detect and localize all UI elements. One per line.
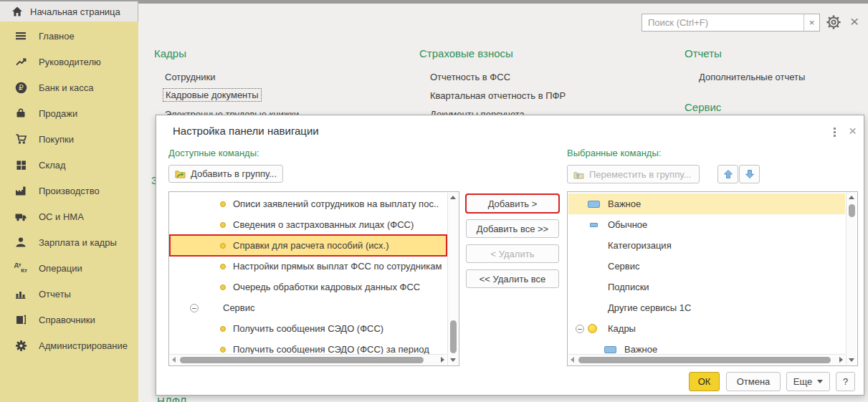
window-top-strip bbox=[138, 0, 868, 4]
home-tab[interactable]: Начальная страница bbox=[0, 0, 138, 21]
sidebar-item-rukovoditelyu[interactable]: Руководителю bbox=[0, 49, 138, 75]
bg-link-kadrovye-dokumenty[interactable]: Кадровые документы bbox=[163, 88, 262, 102]
sidebar-item-glavnoe[interactable]: Главное bbox=[0, 23, 138, 49]
add-to-group-button[interactable]: Добавить в группу... bbox=[168, 165, 283, 183]
command-bullet-icon bbox=[220, 264, 226, 269]
warehouse-icon bbox=[14, 158, 27, 171]
truck-icon bbox=[14, 210, 27, 223]
sidebar-item-proizvodstvo[interactable]: Производство bbox=[0, 178, 138, 204]
scroll-right-icon[interactable] bbox=[441, 357, 444, 363]
factory-icon bbox=[14, 184, 27, 197]
bg-link-kvartalnaya-pfr[interactable]: Квартальная отчетность в ПФР bbox=[430, 90, 566, 101]
arrow-down-icon bbox=[745, 169, 755, 179]
remove-all-button[interactable]: << Удалить все bbox=[466, 269, 559, 288]
section-header-kadry[interactable]: Кадры bbox=[154, 47, 186, 59]
arrow-up-icon bbox=[723, 169, 733, 179]
dialog-more-icon[interactable] bbox=[833, 128, 836, 139]
collapse-expander-icon[interactable] bbox=[190, 304, 199, 312]
home-tab-label: Начальная страница bbox=[30, 6, 120, 17]
list-item[interactable]: Очередь обработки кадровых данных ФСС bbox=[170, 277, 447, 297]
command-bullet-icon bbox=[220, 222, 226, 228]
dtkt-icon: ДтКт bbox=[14, 262, 27, 274]
list-item[interactable]: Подписки bbox=[568, 277, 845, 297]
sidebar-item-prodazhi[interactable]: Продажи bbox=[0, 100, 138, 126]
window-close-icon[interactable]: × bbox=[850, 12, 859, 31]
command-bullet-icon bbox=[220, 243, 226, 249]
help-button[interactable]: ? bbox=[836, 372, 855, 391]
list-item[interactable]: Категоризация bbox=[568, 235, 845, 256]
ok-button[interactable]: ОК bbox=[689, 372, 720, 391]
scrollbar-thumb[interactable] bbox=[180, 357, 424, 363]
section-header-strahovye-vznosy[interactable]: Страховые взносы bbox=[419, 47, 513, 59]
collapse-expander-icon[interactable] bbox=[576, 325, 584, 333]
list-item[interactable]: Другие сервисы 1С bbox=[568, 297, 845, 318]
bg-link-dopolnitelnye-otchety[interactable]: Дополнительные отчеты bbox=[699, 72, 805, 82]
sidebar-item-bank-i-kassa[interactable]: ₽ Банк и касса bbox=[0, 75, 138, 100]
scrollbar-thumb[interactable] bbox=[578, 357, 831, 363]
section-header-otchety[interactable]: Отчеты bbox=[685, 47, 722, 59]
scroll-left-icon[interactable] bbox=[172, 357, 176, 363]
scrollbar-thumb[interactable] bbox=[450, 320, 457, 353]
horizontal-scrollbar[interactable] bbox=[568, 354, 845, 365]
sidebar-item-otchety[interactable]: Отчеты bbox=[0, 281, 138, 307]
selected-commands-list: Важное Обычное Категоризация Сервис Подп… bbox=[567, 191, 858, 366]
list-group-item[interactable]: Сервис bbox=[170, 297, 447, 318]
books-icon bbox=[14, 313, 27, 326]
group-circle-icon bbox=[588, 324, 597, 333]
list-item[interactable]: Получить сообщения СЭДО (ФСС) bbox=[170, 318, 447, 339]
move-to-group-label: Переместить в группу... bbox=[589, 169, 691, 180]
scrollbar-thumb[interactable] bbox=[849, 204, 855, 217]
sidebar-item-pokupki[interactable]: Покупки bbox=[0, 126, 138, 152]
important-rect-icon bbox=[604, 346, 616, 353]
list-item-selected[interactable]: Справки для расчета пособий (исх.) bbox=[170, 235, 447, 256]
add-all-button[interactable]: Добавить все >> bbox=[466, 219, 559, 238]
vertical-scrollbar[interactable] bbox=[447, 193, 458, 365]
list-item[interactable]: Обычное bbox=[568, 214, 845, 235]
move-down-button[interactable] bbox=[739, 165, 760, 183]
svg-text:₽: ₽ bbox=[19, 83, 24, 92]
scroll-down-icon[interactable] bbox=[450, 358, 456, 362]
bag-icon bbox=[14, 107, 27, 120]
available-commands-list: Описи заявлений сотрудников на выплату п… bbox=[168, 191, 459, 366]
search-clear-icon[interactable]: × bbox=[803, 14, 819, 31]
list-item[interactable]: Описи заявлений сотрудников на выплату п… bbox=[170, 193, 447, 214]
bg-link-otchetnost-fss[interactable]: Отчетность в ФСС bbox=[430, 72, 510, 82]
command-bullet-icon bbox=[220, 201, 226, 207]
horizontal-scrollbar[interactable] bbox=[170, 354, 447, 365]
scroll-left-icon[interactable] bbox=[571, 357, 574, 363]
list-item-selected[interactable]: Важное bbox=[568, 193, 845, 214]
sidebar-item-operacii[interactable]: ДтКт Операции bbox=[0, 255, 138, 281]
search-input[interactable] bbox=[642, 14, 803, 31]
bg-link-sotrudniki[interactable]: Сотрудники bbox=[165, 72, 215, 82]
app-window: Начальная страница Главное Руководителю … bbox=[0, 0, 868, 402]
move-to-group-button[interactable]: Переместить в группу... bbox=[567, 165, 700, 183]
important-rect-icon bbox=[588, 201, 600, 208]
gear-icon bbox=[14, 339, 27, 352]
scroll-right-icon[interactable] bbox=[839, 357, 843, 363]
sidebar-item-zarplata-i-kadry[interactable]: Зарплата и кадры bbox=[0, 229, 138, 255]
scroll-up-icon[interactable] bbox=[849, 196, 854, 199]
home-icon bbox=[11, 6, 23, 17]
settings-gear-icon[interactable] bbox=[826, 14, 841, 30]
sidebar-item-spravochniki[interactable]: Справочники bbox=[0, 307, 138, 332]
dialog-title: Настройка панели навигации bbox=[173, 125, 319, 137]
remove-button[interactable]: < Удалить bbox=[466, 244, 559, 263]
add-to-group-label: Добавить в группу... bbox=[191, 168, 277, 179]
add-button[interactable]: Добавить > bbox=[466, 194, 559, 213]
sidebar-item-administrirovanie[interactable]: Администрирование bbox=[0, 332, 138, 358]
list-item[interactable]: Сведения о застрахованных лицах (ФСС) bbox=[170, 214, 447, 235]
scroll-down-icon[interactable] bbox=[849, 358, 854, 362]
list-group-item[interactable]: Кадры bbox=[568, 318, 845, 339]
section-header-servis[interactable]: Сервис bbox=[685, 101, 721, 113]
cancel-button[interactable]: Отмена bbox=[726, 372, 781, 391]
list-item[interactable]: Сервис bbox=[568, 256, 845, 277]
move-up-button[interactable] bbox=[717, 165, 738, 183]
sidebar-item-sklad[interactable]: Склад bbox=[0, 152, 138, 178]
vertical-scrollbar[interactable] bbox=[846, 193, 857, 365]
dialog-close-icon[interactable]: × bbox=[849, 123, 857, 139]
list-item[interactable]: Настройки прямых выплат ФСС по сотрудник… bbox=[170, 256, 447, 277]
sidebar-item-os-i-nma[interactable]: ОС и НМА bbox=[0, 204, 138, 229]
selected-commands-label: Выбранные команды: bbox=[567, 148, 661, 158]
scroll-up-icon[interactable] bbox=[450, 196, 456, 199]
more-button[interactable]: Еще bbox=[786, 372, 830, 391]
